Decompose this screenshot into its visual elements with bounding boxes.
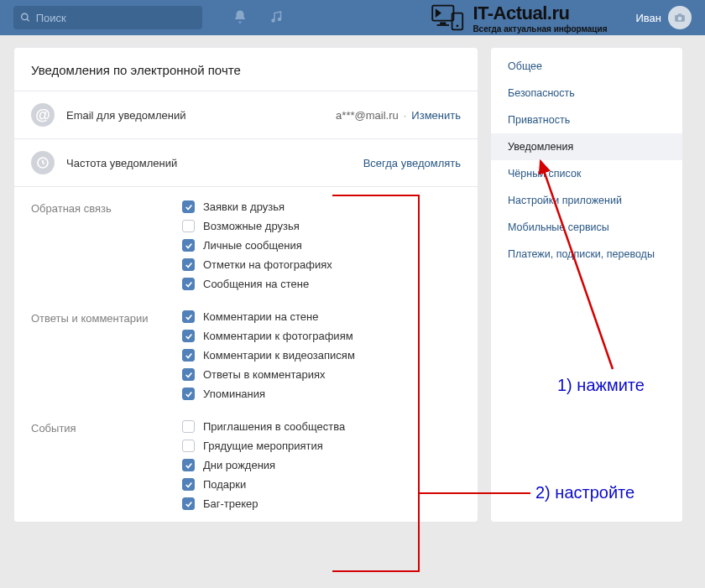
email-value: a***@mail.ru (336, 109, 399, 122)
checkbox[interactable] (182, 258, 195, 271)
group-options: Заявки в друзьяВозможные друзьяЛичные со… (182, 200, 332, 290)
checkbox-row[interactable]: Комментарии на стене (182, 310, 355, 323)
checkbox-row[interactable]: Приглашения в сообщества (182, 420, 345, 433)
separator-dot: · (404, 109, 407, 122)
checkbox-label: Сообщения на стене (203, 278, 309, 290)
checkbox[interactable] (182, 278, 195, 290)
topbar: IT-Actual.ru Всегда актуальная информаци… (0, 0, 705, 35)
checkbox-row[interactable]: Комментарии к фотографиям (182, 330, 355, 342)
checkbox-row[interactable]: Ответы в комментариях (182, 368, 355, 381)
svg-line-11 (540, 161, 613, 369)
search-field[interactable] (13, 6, 202, 29)
group-label: Обратная связь (31, 200, 182, 290)
checkbox-label: Заявки в друзья (203, 200, 285, 213)
bell-icon[interactable] (232, 9, 248, 27)
checkbox-label: Баг-трекер (203, 497, 258, 510)
checkbox-label: Личные сообщения (203, 239, 302, 252)
frequency-value[interactable]: Всегда уведомлять (363, 157, 461, 169)
frequency-label: Частота уведомлений (66, 157, 177, 169)
checkbox[interactable] (182, 220, 195, 232)
monitor-icon (431, 3, 467, 33)
checkbox-row[interactable]: Личные сообщения (182, 239, 332, 252)
checkbox[interactable] (182, 368, 195, 381)
checkbox-row[interactable]: Подарки (182, 478, 345, 491)
change-email-link[interactable]: Изменить (411, 109, 461, 122)
music-icon[interactable] (269, 9, 285, 27)
annotation-bracket-tail (420, 492, 530, 494)
avatar (668, 6, 692, 29)
checkbox[interactable] (182, 440, 195, 452)
group-label: Ответы и комментарии (31, 310, 182, 400)
annotation-arrow (534, 156, 618, 374)
frequency-row: Частота уведомлений Всегда уведомлять (14, 138, 478, 186)
svg-rect-6 (437, 24, 449, 26)
checkbox[interactable] (182, 497, 195, 510)
group-label: События (31, 420, 182, 510)
checkbox-label: Приглашения в сообщества (203, 420, 345, 433)
checkbox-row[interactable]: Сообщения на стене (182, 278, 332, 290)
svg-point-3 (279, 18, 281, 20)
checkbox-label: Упоминания (203, 388, 265, 400)
checkbox-label: Комментарии к фотографиям (203, 330, 353, 342)
checkbox[interactable] (182, 349, 195, 362)
checkbox-row[interactable]: Возможные друзья (182, 220, 332, 232)
svg-line-1 (27, 19, 29, 22)
checkbox-row[interactable]: Грядущие мероприятия (182, 440, 345, 452)
checkbox[interactable] (182, 239, 195, 252)
checkbox-row[interactable]: Отметки на фотографиях (182, 258, 332, 271)
checkbox-label: Ответы в комментариях (203, 368, 325, 381)
page-title: Уведомления по электронной почте (14, 48, 478, 91)
svg-point-2 (272, 19, 274, 22)
group-options: Комментарии на стенеКомментарии к фотогр… (182, 310, 355, 400)
svg-marker-9 (436, 8, 441, 18)
checkbox-row[interactable]: Заявки в друзья (182, 200, 332, 213)
annotation-bracket (332, 195, 420, 572)
search-icon (20, 12, 31, 23)
checkbox[interactable] (182, 478, 195, 491)
checkbox[interactable] (182, 388, 195, 400)
email-label: Email для уведомлений (66, 109, 185, 122)
svg-point-8 (457, 25, 459, 28)
group-options: Приглашения в сообществаГрядущие меропри… (182, 420, 345, 510)
user-block[interactable]: Иван (635, 6, 692, 29)
logo-title: IT-Actual.ru (473, 3, 607, 24)
logo-subtitle: Всегда актуальная информация (473, 24, 607, 34)
checkbox-row[interactable]: Дни рождения (182, 459, 345, 471)
user-name: Иван (635, 12, 661, 24)
at-icon: @ (31, 103, 55, 127)
sidebar-item[interactable]: Общее (491, 53, 682, 80)
sidebar-item[interactable]: Приватность (491, 107, 682, 133)
checkbox-label: Дни рождения (203, 459, 275, 471)
checkbox[interactable] (182, 310, 195, 323)
email-row: @ Email для уведомлений a***@mail.ru · И… (14, 91, 478, 138)
camera-icon (674, 12, 686, 23)
sidebar-item[interactable]: Безопасность (491, 80, 682, 107)
checkbox-label: Подарки (203, 478, 246, 491)
checkbox-row[interactable]: Упоминания (182, 388, 355, 400)
checkbox[interactable] (182, 200, 195, 213)
site-watermark: IT-Actual.ru Всегда актуальная информаци… (431, 3, 607, 34)
checkbox-label: Отметки на фотографиях (203, 258, 332, 271)
search-input[interactable] (36, 12, 196, 24)
checkbox[interactable] (182, 459, 195, 471)
svg-rect-5 (441, 22, 446, 24)
checkbox-label: Комментарии на стене (203, 310, 318, 323)
checkbox-label: Возможные друзья (203, 220, 300, 232)
checkbox-row[interactable]: Комментарии к видеозаписям (182, 349, 355, 362)
svg-point-0 (22, 13, 28, 19)
checkbox[interactable] (182, 420, 195, 433)
checkbox-label: Грядущие мероприятия (203, 440, 323, 452)
top-icons (232, 9, 285, 27)
checkbox-row[interactable]: Баг-трекер (182, 497, 345, 510)
checkbox[interactable] (182, 330, 195, 342)
clock-icon (31, 151, 55, 174)
